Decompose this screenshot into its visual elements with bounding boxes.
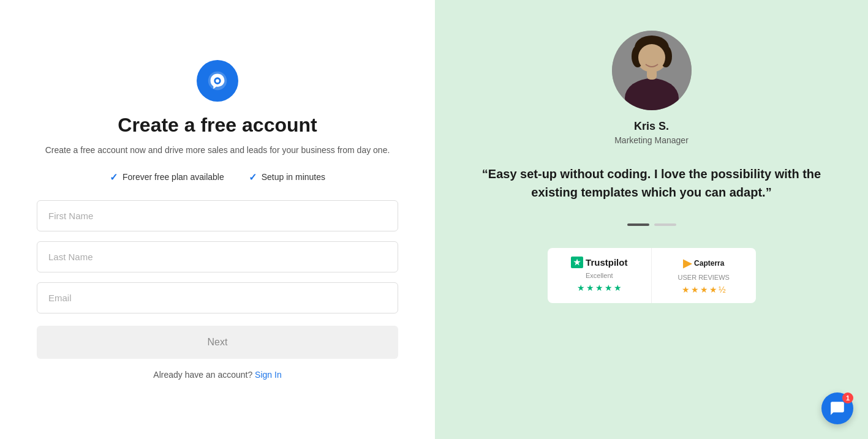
left-panel: Create a free account Create a free acco… bbox=[0, 0, 435, 439]
first-name-input[interactable] bbox=[37, 200, 398, 231]
right-panel: Kris S. Marketing Manager “Easy set-up w… bbox=[435, 0, 868, 439]
trustpilot-card: ★ Trustpilot Excellent ★ ★ ★ ★ ★ bbox=[548, 248, 652, 303]
avatar bbox=[612, 31, 692, 110]
app-logo bbox=[197, 60, 238, 102]
c-star-5: ½ bbox=[719, 285, 726, 295]
subtitle-text: Create a free account now and drive more… bbox=[45, 144, 390, 157]
notification-badge: 1 bbox=[842, 392, 853, 403]
review-platforms: ★ Trustpilot Excellent ★ ★ ★ ★ ★ ▶ Capte… bbox=[548, 248, 756, 303]
check-icon-0: ✓ bbox=[110, 171, 118, 183]
last-name-group bbox=[37, 241, 398, 272]
feature-item-0: ✓ Forever free plan available bbox=[110, 171, 224, 183]
last-name-input[interactable] bbox=[37, 241, 398, 272]
check-icon-1: ✓ bbox=[249, 171, 257, 183]
first-name-group bbox=[37, 200, 398, 231]
dot-active[interactable] bbox=[627, 223, 649, 226]
capterra-label: USER REVIEWS bbox=[678, 274, 730, 281]
chat-icon bbox=[829, 400, 845, 416]
reviewer-name: Kris S. bbox=[634, 120, 669, 133]
logo-icon bbox=[206, 69, 229, 92]
star-4: ★ bbox=[605, 283, 613, 293]
dot-1[interactable] bbox=[654, 223, 676, 226]
trustpilot-name: Trustpilot bbox=[586, 257, 627, 268]
page-title: Create a free account bbox=[118, 114, 317, 137]
c-star-3: ★ bbox=[700, 285, 708, 295]
chat-bubble[interactable]: 1 bbox=[821, 392, 853, 424]
feature-item-1: ✓ Setup in minutes bbox=[249, 171, 325, 183]
logo-wrap bbox=[197, 60, 238, 102]
trustpilot-label: Excellent bbox=[586, 272, 613, 279]
star-3: ★ bbox=[595, 283, 603, 293]
capterra-logo: ▶ Capterra bbox=[683, 257, 724, 270]
capterra-name: Capterra bbox=[694, 259, 724, 268]
testimonial-text: “Easy set-up without coding. I love the … bbox=[472, 165, 831, 201]
tp-star-icon: ★ bbox=[571, 257, 583, 268]
feature-label-0: Forever free plan available bbox=[123, 172, 224, 182]
reviewer-title: Marketing Manager bbox=[614, 135, 689, 145]
feature-label-1: Setup in minutes bbox=[262, 172, 325, 182]
next-button[interactable]: Next bbox=[37, 326, 398, 359]
capterra-stars: ★ ★ ★ ★ ½ bbox=[682, 285, 726, 295]
star-5: ★ bbox=[614, 283, 622, 293]
features-row: ✓ Forever free plan available ✓ Setup in… bbox=[110, 171, 325, 183]
signin-link[interactable]: Sign In bbox=[255, 370, 282, 380]
c-star-1: ★ bbox=[682, 285, 690, 295]
carousel-dots bbox=[627, 223, 676, 226]
signin-prompt: Already have an account? Sign In bbox=[153, 370, 281, 380]
capterra-arrow-icon: ▶ bbox=[683, 257, 692, 270]
email-group bbox=[37, 282, 398, 313]
capterra-card: ▶ Capterra USER REVIEWS ★ ★ ★ ★ ½ bbox=[652, 248, 756, 303]
avatar-wrap bbox=[612, 31, 692, 110]
email-input[interactable] bbox=[37, 282, 398, 313]
trustpilot-logo: ★ Trustpilot bbox=[571, 257, 627, 268]
svg-rect-10 bbox=[647, 69, 657, 80]
c-star-2: ★ bbox=[691, 285, 699, 295]
star-2: ★ bbox=[586, 283, 594, 293]
star-1: ★ bbox=[577, 283, 585, 293]
svg-point-2 bbox=[216, 79, 219, 83]
trustpilot-stars: ★ ★ ★ ★ ★ bbox=[577, 283, 622, 293]
c-star-4: ★ bbox=[709, 285, 717, 295]
